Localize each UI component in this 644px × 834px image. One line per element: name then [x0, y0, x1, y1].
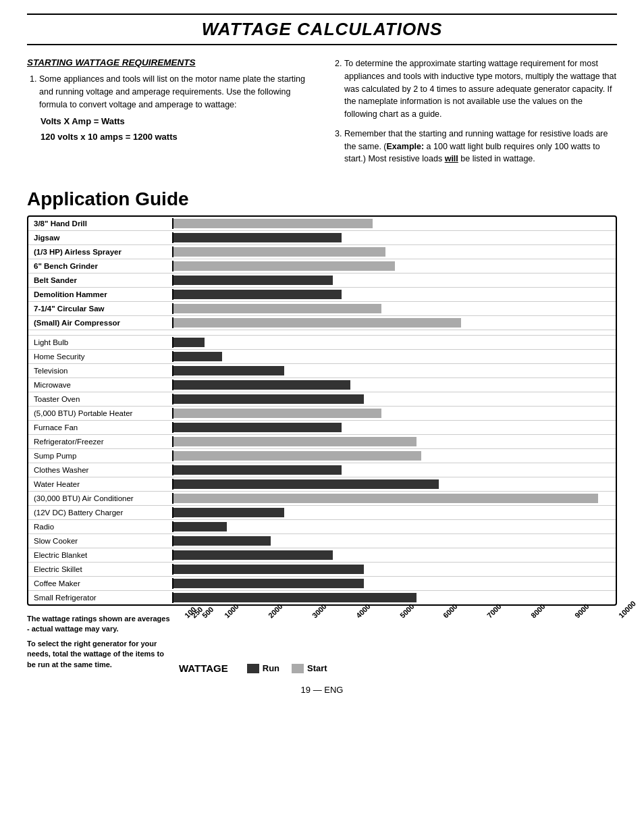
chart-bar-area: [173, 477, 616, 491]
chart-row-label: Belt Sander: [28, 275, 173, 286]
chart-bar-area: [173, 577, 616, 590]
chart-row: (5,000 BTU) Portable Heater: [28, 407, 616, 421]
chart-bar-area: [173, 463, 616, 477]
left-column: STARTING WATTAGE REQUIREMENTS Some appli…: [27, 57, 312, 172]
chart-bar-area: [173, 407, 616, 420]
scale-tick-label: 10000: [617, 599, 637, 619]
chart-row: (Small) Air Compressor: [28, 316, 616, 330]
bar-run: [173, 579, 364, 588]
bar-run: [173, 352, 222, 361]
point-3: Remember that the starting and running w…: [344, 128, 617, 165]
point-2: To determine the approximate starting wa…: [344, 57, 617, 121]
chart-row: (1/3 HP) Airless Sprayer: [28, 245, 616, 259]
chart-row-label: Home Security: [28, 351, 173, 362]
chart-bar-area: [173, 435, 616, 448]
chart-row: Clothes Washer: [28, 463, 616, 477]
bar-start: [173, 409, 381, 418]
chart-footer: The wattage ratings shown are averages -…: [27, 614, 617, 674]
point-1: Some appliances and tools will list on t…: [39, 73, 312, 111]
chart-bar-area: [173, 534, 616, 548]
chart-bar-area: [173, 231, 616, 244]
legend-row: WATTAGE Run Start: [179, 662, 617, 674]
chart-row: Radio: [28, 520, 616, 534]
chart-spacer: [28, 330, 616, 336]
chart-row: 7-1/4" Circular Saw: [28, 302, 616, 316]
chart-row: Refrigerator/Freezer: [28, 435, 616, 449]
bar-run: [173, 338, 205, 347]
chart-bar-area: [173, 302, 616, 315]
chart-row-label: Clothes Washer: [28, 465, 173, 475]
section-heading: STARTING WATTAGE REQUIREMENTS: [27, 57, 312, 68]
chart-row-label: Sump Pump: [28, 450, 173, 461]
application-guide-chart: 3/8" Hand DrillJigsaw(1/3 HP) Airless Sp…: [27, 215, 617, 606]
chart-row: Slow Cooker: [28, 534, 616, 548]
chart-row-label: Electric Blanket: [28, 550, 173, 561]
legend-start-label: Start: [307, 663, 327, 673]
bar-run: [173, 394, 364, 404]
chart-row: Microwave: [28, 378, 616, 392]
chart-bar-area: [173, 288, 616, 301]
chart-row: Demolition Hammer: [28, 288, 616, 302]
chart-row-label: (12V DC) Battery Charger: [28, 507, 173, 518]
chart-row: Television: [28, 364, 616, 378]
chart-bar-area: [173, 506, 616, 519]
bar-run: [173, 465, 342, 475]
scale-tick-label: 500: [200, 605, 215, 619]
chart-row: (12V DC) Battery Charger: [28, 506, 616, 520]
footer-notes: The wattage ratings shown are averages -…: [27, 614, 172, 670]
bar-run: [173, 276, 333, 285]
bar-start: [173, 261, 395, 271]
bar-run: [173, 423, 342, 432]
chart-row-label: Microwave: [28, 380, 173, 390]
bar-run: [173, 593, 417, 602]
page-number: 19 — ENG: [27, 685, 617, 695]
chart-row-label: Jigsaw: [28, 232, 173, 243]
formula-1: Volts X Amp = Watts: [41, 116, 312, 126]
chart-bar-area: [173, 336, 616, 349]
chart-row-label: Slow Cooker: [28, 536, 173, 546]
legend-start-item: Start: [292, 663, 327, 673]
chart-bar-area: [173, 591, 616, 604]
chart-bar-area: [173, 259, 616, 273]
bar-run: [173, 565, 364, 574]
chart-row-label: (Small) Air Compressor: [28, 317, 173, 328]
formula-2: 120 volts x 10 amps = 1200 watts: [41, 132, 312, 142]
legend-run-label: Run: [263, 663, 279, 673]
chart-row-label: Electric Skillet: [28, 564, 173, 575]
legend-wattage-label: WATTAGE: [179, 662, 228, 674]
chart-row-label: Light Bulb: [28, 337, 173, 348]
chart-bar-area: [173, 378, 616, 392]
chart-row: Electric Blanket: [28, 548, 616, 563]
chart-row-label: 3/8" Hand Drill: [28, 218, 173, 229]
bar-start: [173, 437, 417, 446]
chart-row: Coffee Maker: [28, 577, 616, 591]
chart-bar-area: [173, 364, 616, 377]
bar-run: [173, 550, 333, 560]
chart-row: Electric Skillet: [28, 563, 616, 577]
right-column: To determine the approximate starting wa…: [332, 57, 617, 172]
bar-start: [173, 247, 385, 257]
bar-start: [173, 219, 373, 228]
chart-row-label: Furnace Fan: [28, 422, 173, 433]
chart-bar-area: [173, 563, 616, 576]
bar-run: [173, 508, 284, 517]
bar-run: [173, 536, 271, 546]
footer-note-1: The wattage ratings shown are averages -…: [27, 614, 172, 635]
chart-bar-area: [173, 520, 616, 533]
bar-start: [173, 451, 421, 461]
chart-row: Home Security: [28, 350, 616, 364]
chart-row-label: Small Refrigerator: [28, 592, 173, 603]
chart-row: Toaster Oven: [28, 392, 616, 407]
chart-row: Light Bulb: [28, 336, 616, 350]
chart-row: Belt Sander: [28, 273, 616, 288]
chart-row-label: Radio: [28, 521, 173, 532]
bar-start: [173, 494, 598, 503]
chart-bar-area: [173, 316, 616, 330]
bar-run: [173, 522, 227, 531]
chart-row: Sump Pump: [28, 449, 616, 463]
chart-row-label: 7-1/4" Circular Saw: [28, 303, 173, 314]
bar-run: [173, 290, 342, 299]
chart-row: Furnace Fan: [28, 421, 616, 435]
chart-bar-area: [173, 245, 616, 259]
chart-bar-area: [173, 548, 616, 562]
